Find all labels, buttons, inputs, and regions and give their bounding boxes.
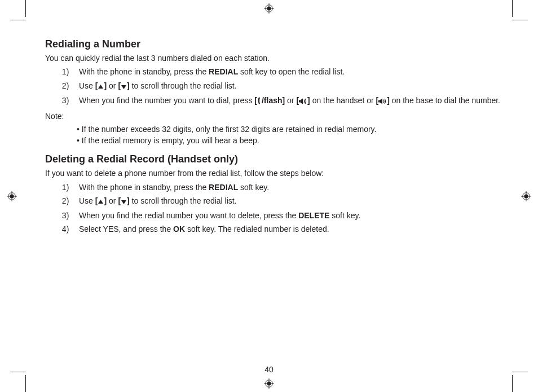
step-text: When you find the number you want to dia… [79,96,254,105]
svg-marker-17 [121,85,126,89]
steps-list: With the phone in standby, press the RED… [45,66,501,107]
down-arrow-icon [121,196,127,208]
softkey-label: OK [173,224,185,234]
svg-rect-18 [299,100,301,102]
list-item: Use [] or [] to scroll through the redia… [76,80,501,93]
registration-mark-icon [264,3,274,14]
notes-list: If the number exceeds 32 digits, only th… [45,124,501,147]
list-item: If the number exceeds 32 digits, only th… [77,124,501,135]
step-text: to scroll through the redial list. [130,81,237,90]
step-text: to scroll through the redial list. [130,196,237,205]
page-number: 40 [264,365,274,374]
list-item: Use [] or [] to scroll through the redia… [76,195,501,208]
step-text: Use [79,196,95,205]
manual-page: Redialing a Number You can quickly redia… [0,0,538,392]
down-arrow-icon [121,81,127,93]
list-item: When you find the redial number you want… [76,210,501,221]
step-text: Select YES, and press the [79,224,173,234]
registration-mark-icon [7,191,17,201]
svg-marker-23 [121,200,126,204]
svg-marker-21 [380,98,383,104]
svg-marker-19 [301,98,303,104]
softkey-label: REDIAL [209,67,238,76]
softkey-label: REDIAL [209,183,238,192]
step-text: soft key. The redialed number is deleted… [185,224,329,234]
speaker-icon [299,96,307,107]
step-text: With the phone in standby, press the [79,67,209,76]
list-item: If the redial memory is empty, you will … [77,135,501,146]
crop-mark-icon [25,375,43,392]
step-text: on the handset or [310,96,376,105]
registration-mark-icon [521,191,531,201]
softkey-label: DELETE [298,211,329,220]
speaker-icon [378,96,387,107]
step-text: soft key. [238,183,269,192]
list-item: Select YES, and press the OK soft key. T… [76,223,501,235]
step-text: on the base to dial the number. [390,96,500,105]
step-text: soft key to open the redial list. [238,67,345,76]
section-heading: Deleting a Redial Record (Handset only) [45,152,501,166]
section-intro: You can quickly redial the last 3 number… [45,52,501,64]
step-text: When you find the redial number you want… [79,211,298,220]
page-content: Redialing a Number You can quickly redia… [45,37,501,358]
step-text: or [285,96,296,105]
note-label: Note: [45,111,501,122]
svg-marker-16 [98,85,103,89]
crop-mark-icon [25,0,43,17]
crop-mark-icon [495,0,513,17]
list-item: When you find the number you want to dia… [76,95,501,107]
step-text: or [107,196,118,205]
registration-mark-icon [264,378,274,389]
phone-icon [257,96,262,107]
up-arrow-icon [98,196,104,208]
section-heading: Redialing a Number [45,37,501,51]
step-text: soft key. [329,211,360,220]
step-text: Use [79,81,95,90]
svg-marker-22 [98,200,103,204]
list-item: With the phone in standby, press the RED… [76,182,501,193]
crop-mark-icon [495,375,513,392]
step-text: or [107,81,118,90]
key-label: /flash] [262,96,285,105]
up-arrow-icon [98,81,104,93]
list-item: With the phone in standby, press the RED… [76,66,501,77]
section-intro: If you want to delete a phone number fro… [45,168,501,179]
step-text: With the phone in standby, press the [79,183,209,192]
svg-rect-20 [378,100,380,102]
steps-list: With the phone in standby, press the RED… [45,182,501,235]
